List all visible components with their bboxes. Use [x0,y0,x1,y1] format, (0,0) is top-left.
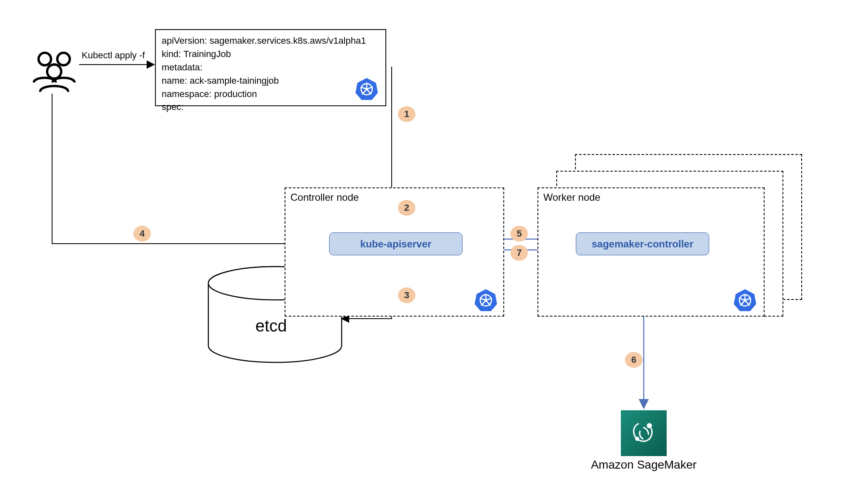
step-badge-4: 4 [133,226,151,242]
yaml-manifest-box: apiVersion: sagemaker.services.k8s.aws/v… [155,29,386,106]
step-badge-1: 1 [398,106,415,122]
kube-apiserver-box: kube-apiserver [329,232,462,255]
yaml-line: apiVersion: sagemaker.services.k8s.aws/v… [162,34,380,47]
yaml-line: metadata: [162,61,380,74]
svg-point-29 [648,424,651,428]
etcd-label: etcd [255,317,287,335]
kubernetes-icon [355,77,378,100]
kubernetes-icon [733,288,757,312]
sagemaker-controller-label: sagemaker-controller [592,238,693,250]
users-icon [29,45,79,95]
svg-point-20 [485,299,488,302]
step-badge-2: 2 [398,200,415,216]
svg-point-3 [58,53,70,65]
yaml-line: name: ack-sample-tainingjob [162,74,380,87]
sagemaker-icon [621,410,667,456]
sagemaker-controller-box: sagemaker-controller [576,232,709,255]
step-badge-6: 6 [625,352,642,368]
yaml-line: kind: TrainingJob [162,47,380,61]
kubernetes-icon [474,288,498,312]
svg-point-2 [39,53,51,65]
step-badge-3: 3 [398,287,415,303]
step-badge-7: 7 [510,245,528,261]
svg-point-28 [744,299,747,302]
svg-point-4 [47,65,61,79]
svg-point-30 [636,437,639,440]
worker-node-title: Worker node [543,192,600,203]
controller-node-title: Controller node [290,192,359,203]
svg-point-12 [365,88,368,91]
yaml-line: spec: [162,100,380,114]
step-badge-5: 5 [510,226,528,242]
sagemaker-label: Amazon SageMaker [590,458,698,472]
kube-apiserver-label: kube-apiserver [360,238,432,250]
yaml-line: namespace: production [162,87,380,101]
kubectl-label: Kubectl apply -f [82,50,145,61]
